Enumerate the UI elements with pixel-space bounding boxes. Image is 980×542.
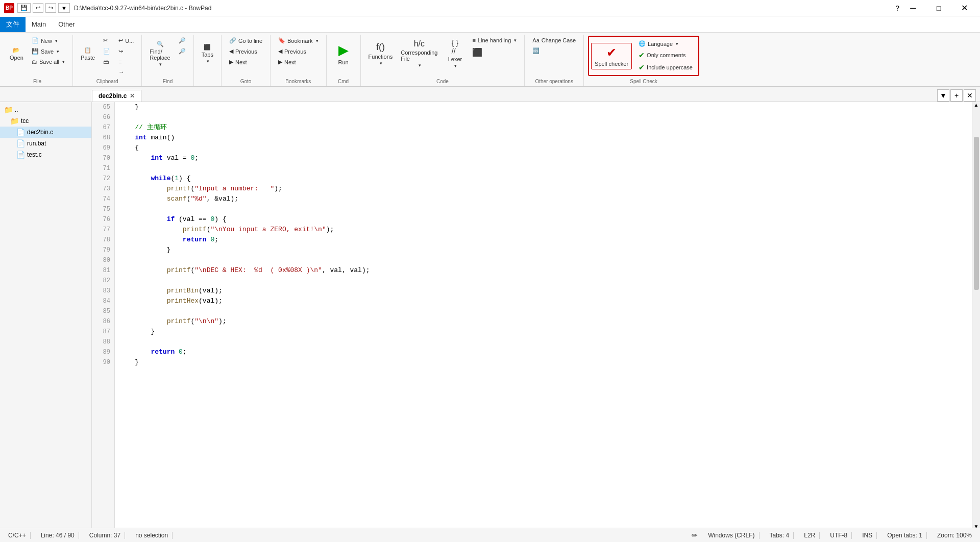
sidebar-item-tcc[interactable]: 📁 tcc bbox=[0, 115, 91, 127]
scroll-thumb[interactable] bbox=[974, 137, 979, 290]
help-btn[interactable]: ? bbox=[895, 4, 899, 12]
copy-button[interactable]: 📄 bbox=[100, 46, 114, 56]
paste-button[interactable]: 📋 Paste bbox=[77, 36, 99, 71]
code-line[interactable] bbox=[119, 163, 968, 174]
run-button[interactable]: ▶ Run bbox=[331, 36, 356, 71]
redo-quick-btn[interactable]: ↪ bbox=[45, 3, 56, 13]
code-line[interactable]: printf("\nYou input a ZERO, exit!\n"); bbox=[119, 225, 968, 235]
undo-button[interactable]: ↩ U... bbox=[115, 36, 137, 45]
corresponding-file-button[interactable]: h/c CorrespondingFile ▾ bbox=[397, 36, 441, 71]
new-button[interactable]: 📄 New ▾ bbox=[28, 36, 68, 45]
code-line[interactable]: int val = 0; bbox=[119, 153, 968, 163]
active-indicator[interactable]: ⬛ bbox=[469, 46, 520, 59]
run-label: Run bbox=[338, 59, 348, 65]
save-quick-btn[interactable]: 💾 bbox=[17, 3, 31, 13]
code-line[interactable]: while(1) { bbox=[119, 174, 968, 184]
indent-button[interactable]: → bbox=[115, 67, 137, 77]
ribbon-group-other-ops: Aa Change Case 🔤 Other operations bbox=[525, 35, 584, 86]
code-line[interactable]: printBin(val); bbox=[119, 286, 968, 296]
clipboard-history-button[interactable]: 🗃 bbox=[100, 57, 114, 66]
tab-dec2bin[interactable]: dec2bin.c ✕ bbox=[92, 90, 141, 102]
code-line[interactable]: // 主循环 bbox=[119, 122, 968, 133]
format-button[interactable]: ≡ bbox=[115, 57, 137, 66]
sidebar-item-parent[interactable]: 📁 .. bbox=[0, 104, 91, 115]
include-uppercase-button[interactable]: ✔ Include uppercase bbox=[635, 62, 696, 73]
scroll-down-btn[interactable]: ▼ bbox=[972, 524, 980, 528]
sidebar-item-dec2bin[interactable]: 📄 dec2bin.c bbox=[0, 127, 91, 138]
goto-line-button[interactable]: 🔗 Go to line bbox=[226, 36, 266, 45]
open-button[interactable]: 📂 Open bbox=[6, 36, 27, 71]
code-line[interactable] bbox=[119, 255, 968, 265]
tab-close-all-btn[interactable]: ✕ bbox=[964, 89, 976, 102]
code-line[interactable] bbox=[119, 276, 968, 286]
code-line[interactable]: scanf("%d", &val); bbox=[119, 194, 968, 204]
code-line[interactable] bbox=[119, 112, 968, 122]
tab-close-btn[interactable]: ✕ bbox=[130, 92, 135, 100]
titlebar-left-controls[interactable]: 💾 ↩ ↪ ▼ bbox=[17, 3, 70, 13]
find-next-btn[interactable]: 🔎 bbox=[175, 46, 189, 56]
sidebar-item-runbat[interactable]: 📄 run.bat bbox=[0, 138, 91, 149]
menu-other[interactable]: Other bbox=[52, 17, 81, 31]
code-line[interactable]: printf("\nDEC & HEX: %d ( 0x%08X )\n", v… bbox=[119, 265, 968, 276]
menu-file[interactable]: 文件 bbox=[0, 17, 26, 32]
code-content[interactable]: } // 主循环 int main() { int val = 0; while… bbox=[115, 102, 972, 528]
bookmark-prev-button[interactable]: ◀ Previous bbox=[275, 46, 322, 56]
code-line[interactable]: return 0; bbox=[119, 347, 968, 357]
code-line[interactable]: return 0; bbox=[119, 235, 968, 245]
code-line[interactable] bbox=[119, 204, 968, 214]
code-line[interactable]: if (val == 0) { bbox=[119, 214, 968, 225]
find-icon: 🔍 bbox=[157, 41, 164, 47]
bookmark-main-button[interactable]: 🔖 Bookmark ▾ bbox=[275, 36, 322, 45]
copy-icon: 📄 bbox=[103, 48, 110, 55]
save-button[interactable]: 💾 Save ▾ bbox=[28, 46, 68, 56]
code-line[interactable] bbox=[119, 306, 968, 316]
redo-button[interactable]: ↪ bbox=[115, 46, 137, 56]
functions-button[interactable]: f() Functions ▾ bbox=[365, 36, 397, 71]
save-all-button[interactable]: 🗂 Save all ▾ bbox=[28, 57, 68, 66]
code-line[interactable]: printf("\n\n"); bbox=[119, 316, 968, 327]
code-line[interactable]: printHex(val); bbox=[119, 296, 968, 306]
code-editor[interactable]: 6566676869707172737475767778798081828384… bbox=[92, 102, 972, 528]
tabs-button[interactable]: ⬛ Tabs ▾ bbox=[198, 36, 217, 71]
find-replace-button[interactable]: 🔍 Find/Replace ▾ bbox=[146, 36, 174, 71]
cut-button[interactable]: ✂ bbox=[100, 36, 114, 45]
spell-checker-button[interactable]: ✔ Spell checker bbox=[591, 43, 632, 69]
code-line[interactable]: } bbox=[119, 102, 968, 112]
close-btn[interactable]: ✕ bbox=[952, 0, 976, 16]
tab-add-btn[interactable]: + bbox=[950, 89, 963, 102]
line-handling-button[interactable]: ≡ Line handling ▾ bbox=[469, 36, 520, 45]
code-line[interactable]: } bbox=[119, 357, 968, 367]
next-btn[interactable]: ▶ Next bbox=[226, 57, 266, 67]
goto-col: 🔗 Go to line ◀ Previous ▶ Next bbox=[226, 36, 266, 67]
change-case-button[interactable]: Aa Change Case bbox=[529, 36, 579, 45]
edit-icon[interactable]: ✏ bbox=[692, 531, 698, 539]
code-line[interactable]: int main() bbox=[119, 133, 968, 143]
format-ops-button[interactable]: 🔤 bbox=[529, 46, 579, 56]
language-button[interactable]: 🌐 Language ▾ bbox=[635, 39, 696, 48]
functions-arrow: ▾ bbox=[380, 61, 382, 66]
bookmark-arrow: ▾ bbox=[316, 38, 318, 43]
prev-label: Previous bbox=[235, 48, 257, 55]
save-all-icon: 🗂 bbox=[32, 59, 37, 65]
code-line[interactable]: } bbox=[119, 245, 968, 255]
customize-btn[interactable]: ▼ bbox=[58, 3, 70, 13]
prev-btn[interactable]: ◀ Previous bbox=[226, 46, 266, 56]
only-comments-button[interactable]: ✔ Only comments bbox=[635, 50, 696, 61]
code-line[interactable]: { bbox=[119, 143, 968, 153]
code-line[interactable]: } bbox=[119, 327, 968, 337]
menu-main[interactable]: Main bbox=[26, 17, 52, 31]
code-line[interactable]: printf("Input a number: "); bbox=[119, 184, 968, 194]
minimize-btn[interactable]: ─ bbox=[901, 0, 925, 16]
tab-scroll-down-btn[interactable]: ▼ bbox=[937, 89, 949, 102]
code-line[interactable] bbox=[119, 337, 968, 347]
sidebar-item-testc[interactable]: 📄 test.c bbox=[0, 149, 91, 160]
bookmark-next-button[interactable]: ▶ Next bbox=[275, 57, 322, 67]
find-next-icon: 🔎 bbox=[179, 48, 186, 55]
line-number: 72 bbox=[96, 174, 110, 184]
undo-quick-btn[interactable]: ↩ bbox=[33, 3, 43, 13]
maximize-btn[interactable]: □ bbox=[927, 0, 950, 16]
lexer-button[interactable]: { }// Lexer ▾ bbox=[442, 36, 468, 71]
find-prev-btn[interactable]: 🔎 bbox=[175, 36, 189, 45]
scroll-up-btn[interactable]: ▲ bbox=[972, 102, 980, 106]
vertical-scrollbar[interactable]: ▲ ▼ bbox=[972, 102, 980, 528]
